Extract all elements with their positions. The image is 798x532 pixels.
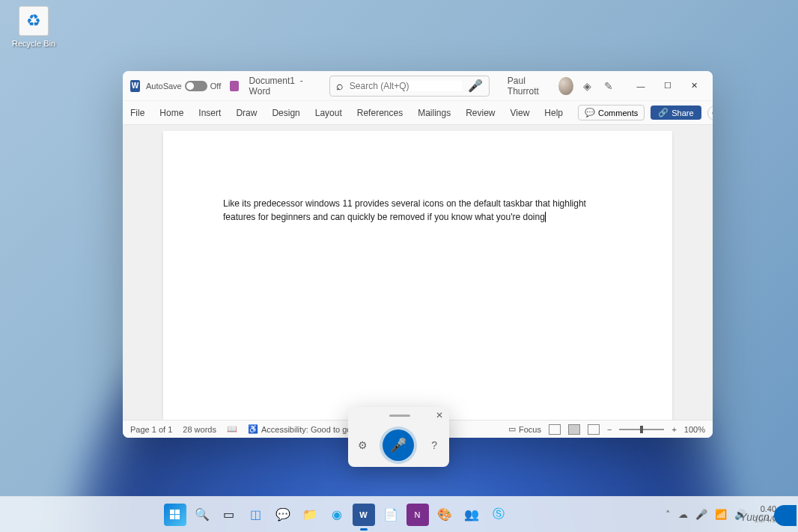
status-accessibility[interactable]: ♿ Accessibility: Good to go <box>248 424 351 434</box>
view-read[interactable] <box>549 424 561 435</box>
corner-pill <box>774 505 797 526</box>
taskbar: 🔍 ▭ ◫ 💬 📁 ◉ W 📄 N 🎨 👥 Ⓢ ˄ ☁ 🎤 📶 🔊 0.40 A… <box>0 496 798 532</box>
voice-help-button[interactable]: ? <box>424 435 444 455</box>
status-words[interactable]: 28 words <box>183 425 216 434</box>
edge-button[interactable]: ◉ <box>326 504 348 526</box>
tab-file[interactable]: File <box>130 108 144 118</box>
notepad-button[interactable]: 📄 <box>380 504 402 526</box>
autosave-label: AutoSave <box>146 82 182 91</box>
titlebar: W AutoSave Off Document1 - Word ⌕ 🎤 Paul… <box>123 71 713 101</box>
share-button[interactable]: 🔗 Share <box>651 106 701 120</box>
zoom-in[interactable]: + <box>671 425 676 434</box>
tab-help[interactable]: Help <box>544 108 563 118</box>
search-input[interactable] <box>350 81 462 91</box>
voice-typing-panel[interactable]: ✕ ⚙ 🎤 ? <box>348 407 449 467</box>
view-print[interactable] <box>568 424 580 435</box>
paint-button[interactable]: 🎨 <box>433 504 456 526</box>
document-title[interactable]: Document1 - Word <box>249 76 314 97</box>
tab-design[interactable]: Design <box>272 108 299 118</box>
word-icon: W <box>130 80 140 92</box>
teams-button[interactable]: 👥 <box>460 504 483 526</box>
tab-view[interactable]: View <box>511 108 530 118</box>
word-window: W AutoSave Off Document1 - Word ⌕ 🎤 Paul… <box>123 71 713 438</box>
search-button[interactable]: 🔍 <box>191 504 213 526</box>
recycle-bin-icon <box>19 6 49 36</box>
text-cursor <box>545 212 546 222</box>
voice-settings-button[interactable]: ⚙ <box>353 435 373 455</box>
pen-icon[interactable]: ✎ <box>601 76 617 96</box>
slider-thumb[interactable] <box>640 426 643 433</box>
zoom-out[interactable]: − <box>607 425 612 434</box>
drag-handle[interactable] <box>389 415 410 417</box>
toggle-icon <box>185 81 207 91</box>
tab-layout[interactable]: Layout <box>315 108 342 118</box>
recycle-bin[interactable]: Recycle Bin <box>7 6 60 49</box>
document-page[interactable]: Like its predecessor windows 11 provides… <box>163 131 672 420</box>
wifi-icon[interactable]: 📶 <box>715 509 727 520</box>
zoom-value[interactable]: 100% <box>684 425 705 434</box>
mic-tray-icon[interactable]: 🎤 <box>695 509 707 520</box>
explorer-button[interactable]: 📁 <box>299 504 321 526</box>
comments-button[interactable]: 💬 Comments <box>578 105 645 120</box>
editor-area: Like its predecessor windows 11 provides… <box>123 125 713 420</box>
focus-button[interactable]: ▭ Focus <box>508 424 541 434</box>
minimize-button[interactable]: — <box>627 76 654 97</box>
avatar[interactable] <box>558 77 573 95</box>
taskbar-center: 🔍 ▭ ◫ 💬 📁 ◉ W 📄 N 🎨 👥 Ⓢ <box>164 504 510 526</box>
autosave-toggle[interactable]: AutoSave Off <box>146 81 221 91</box>
tab-references[interactable]: References <box>357 108 403 118</box>
tray-chevron-icon[interactable]: ˄ <box>665 509 671 520</box>
tab-home[interactable]: Home <box>159 108 183 118</box>
onedrive-icon[interactable]: ☁ <box>678 509 688 520</box>
diamond-icon[interactable]: ◈ <box>579 76 595 96</box>
voice-mic-button[interactable]: 🎤 <box>383 429 414 461</box>
tab-review[interactable]: Review <box>466 108 495 118</box>
tab-draw[interactable]: Draw <box>236 108 257 118</box>
emoji-button[interactable]: ☺ <box>707 106 713 120</box>
mic-icon[interactable]: 🎤 <box>468 79 483 93</box>
status-page[interactable]: Page 1 of 1 <box>130 425 172 434</box>
word-button[interactable]: W <box>353 504 375 526</box>
user-name[interactable]: Paul Thurrott <box>508 76 549 97</box>
zoom-slider[interactable] <box>619 429 664 430</box>
ribbon: File Home Insert Draw Design Layout Refe… <box>123 101 713 125</box>
onenote-button[interactable]: N <box>406 504 429 526</box>
document-body: Like its predecessor windows 11 provides… <box>223 198 586 222</box>
spellcheck-icon[interactable]: 📖 <box>227 424 237 434</box>
search-box[interactable]: ⌕ 🎤 <box>329 76 490 97</box>
chat-button[interactable]: 💬 <box>272 504 294 526</box>
window-controls: — ☐ ✕ <box>627 76 708 97</box>
voice-close-button[interactable]: ✕ <box>436 410 443 421</box>
search-icon: ⌕ <box>336 79 344 93</box>
tab-insert[interactable]: Insert <box>198 108 221 118</box>
autosave-state: Off <box>210 82 221 91</box>
widgets-button[interactable]: ◫ <box>245 504 267 526</box>
taskview-button[interactable]: ▭ <box>218 504 240 526</box>
tab-mailings[interactable]: Mailings <box>418 108 451 118</box>
skype-button[interactable]: Ⓢ <box>487 504 510 526</box>
maximize-button[interactable]: ☐ <box>654 76 681 97</box>
close-button[interactable]: ✕ <box>681 76 708 97</box>
view-web[interactable] <box>588 424 600 435</box>
save-button[interactable] <box>230 81 238 91</box>
start-button[interactable] <box>164 504 186 526</box>
recycle-bin-label: Recycle Bin <box>12 39 55 48</box>
